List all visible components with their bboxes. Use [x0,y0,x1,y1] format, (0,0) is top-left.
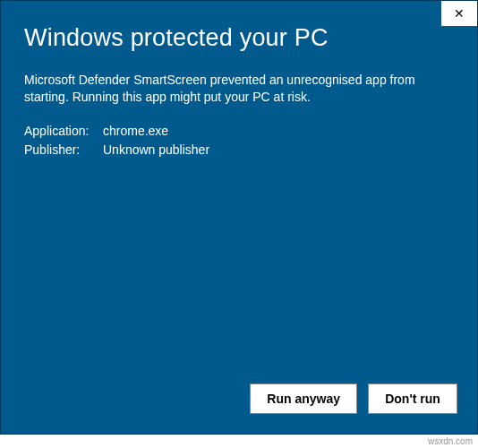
publisher-row: Publisher: Unknown publisher [24,141,454,159]
application-row: Application: chrome.exe [24,122,454,141]
close-button[interactable]: ✕ [441,1,477,26]
smartscreen-dialog: ✕ Windows protected your PC Microsoft De… [0,0,478,435]
dialog-title: Windows protected your PC [24,24,454,52]
dialog-description: Microsoft Defender SmartScreen prevented… [24,72,454,106]
publisher-value: Unknown publisher [103,141,454,159]
button-row: Run anyway Don't run [250,383,457,414]
close-icon: ✕ [454,6,465,21]
application-value: chrome.exe [103,122,454,141]
publisher-label: Publisher: [24,141,103,159]
run-anyway-button[interactable]: Run anyway [250,383,357,414]
application-label: Application: [24,122,103,141]
dialog-content: Windows protected your PC Microsoft Defe… [1,1,477,183]
watermark-text: wsxdn.com [428,436,473,446]
dont-run-button[interactable]: Don't run [368,383,457,414]
